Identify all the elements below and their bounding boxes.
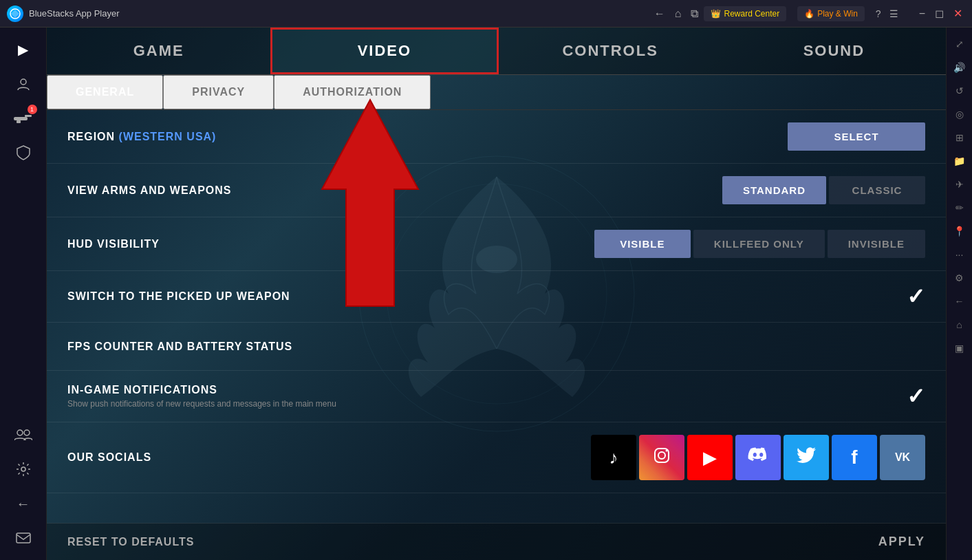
menu-icon[interactable]: ☰: [889, 8, 898, 19]
instagram-button[interactable]: [639, 435, 684, 480]
notifications-label: IN-GAME NOTIFICATIONS Show push notifica…: [67, 384, 907, 409]
play-win-label: Play & Win: [817, 9, 858, 19]
vk-icon: VK: [895, 451, 910, 464]
reward-center-button[interactable]: 👑 Reward Center: [704, 6, 786, 21]
tiktok-button[interactable]: ♪: [591, 435, 636, 480]
fps-label: FPS COUNTER AND BATTERY STATUS: [67, 341, 925, 353]
right-target-icon[interactable]: ◎: [950, 105, 969, 124]
svg-point-15: [666, 449, 668, 451]
tiktok-icon: ♪: [609, 447, 618, 469]
close-button[interactable]: ✕: [951, 7, 965, 20]
killfeed-button[interactable]: KILLFEED ONLY: [693, 230, 825, 258]
sub-tabs: GENERAL PRIVACY AUTHORIZATION: [47, 75, 946, 110]
switch-weapon-controls: ✓: [907, 283, 925, 310]
titlebar-icons: ? ☰: [876, 8, 898, 19]
svg-point-7: [21, 467, 25, 471]
right-pin-icon[interactable]: 📍: [950, 222, 969, 241]
setting-region: REGION (WESTERN USA) SELECT: [47, 110, 946, 164]
maximize-button[interactable]: ◻: [932, 7, 947, 20]
right-home-icon[interactable]: ⌂: [950, 315, 969, 334]
left-sidebar: ▶ 1: [0, 28, 47, 560]
twitter-icon: [797, 447, 816, 469]
apply-button[interactable]: APPLY: [878, 535, 925, 549]
classic-button[interactable]: CLASSIC: [829, 176, 925, 204]
reset-defaults-button[interactable]: RESET TO DEFAULTS: [67, 536, 194, 548]
settings-content: REGION (WESTERN USA) SELECT VIEW ARMS AN…: [47, 110, 946, 523]
facebook-button[interactable]: f: [832, 435, 877, 480]
home-button[interactable]: ⌂: [675, 8, 682, 20]
titlebar: BlueStacks App Player ← ⌂ ⧉ 👑 Reward Cen…: [0, 0, 972, 28]
main-tabs: GAME VIDEO CONTROLS SOUND: [47, 28, 946, 75]
fire-icon: 🔥: [804, 9, 814, 19]
invisible-button[interactable]: INVISIBLE: [828, 230, 925, 258]
right-grid-icon[interactable]: ⊞: [950, 128, 969, 147]
right-back-icon[interactable]: ←: [950, 292, 969, 311]
setting-fps-counter: FPS COUNTER AND BATTERY STATUS: [47, 323, 946, 371]
svg-point-6: [24, 430, 30, 435]
main-layout: ▶ 1: [0, 28, 972, 560]
right-expand-icon[interactable]: ⤢: [950, 34, 969, 54]
svg-point-1: [21, 79, 26, 85]
sidebar-item-multiplayer[interactable]: [8, 420, 39, 450]
titlebar-right: 👑 Reward Center 🔥 Play & Win ? ☰ − ◻ ✕: [704, 6, 965, 21]
right-gear-icon[interactable]: ⚙: [950, 268, 969, 288]
setting-notifications: IN-GAME NOTIFICATIONS Show push notifica…: [47, 371, 946, 422]
play-win-button[interactable]: 🔥 Play & Win: [797, 6, 865, 21]
youtube-icon: ▶: [703, 447, 717, 469]
tab-video[interactable]: VIDEO: [270, 28, 498, 74]
twitter-button[interactable]: [784, 435, 829, 480]
notifications-sublabel: Show push notifications of new requests …: [67, 399, 907, 409]
sidebar-item-gun[interactable]: 1: [8, 103, 39, 133]
help-icon[interactable]: ?: [876, 8, 881, 19]
sidebar-item-profile[interactable]: [8, 69, 39, 99]
crown-icon: 👑: [711, 9, 721, 19]
switch-weapon-check[interactable]: ✓: [907, 283, 925, 310]
vk-button[interactable]: VK: [880, 435, 925, 480]
svg-rect-2: [14, 117, 28, 120]
tab-sound[interactable]: SOUND: [722, 28, 946, 74]
gun-badge: 1: [28, 105, 37, 114]
right-folder-icon[interactable]: 📁: [950, 151, 969, 171]
discord-button[interactable]: [735, 435, 781, 480]
facebook-icon: f: [851, 446, 857, 469]
tabs-button[interactable]: ⧉: [691, 8, 698, 20]
view-arms-label: VIEW ARMS AND WEAPONS: [67, 184, 722, 197]
setting-hud-visibility: HUD VISIBILITY VISIBLE KILLFEED ONLY INV…: [47, 217, 946, 271]
right-recents-icon[interactable]: ▣: [950, 338, 969, 358]
sidebar-item-settings[interactable]: [8, 454, 39, 484]
minimize-button[interactable]: −: [916, 7, 928, 20]
visible-button[interactable]: VISIBLE: [594, 230, 691, 258]
sidebar-item-shield[interactable]: [8, 138, 39, 168]
svg-point-14: [658, 452, 665, 459]
standard-button[interactable]: STANDARD: [722, 176, 826, 204]
subtab-general[interactable]: GENERAL: [47, 75, 163, 109]
hud-label: HUD VISIBILITY: [67, 238, 594, 250]
sidebar-item-back[interactable]: ←: [8, 488, 39, 519]
sidebar-item-play[interactable]: ▶: [8, 34, 39, 65]
notifications-check[interactable]: ✓: [907, 383, 925, 409]
back-button[interactable]: ←: [654, 8, 665, 20]
subtab-privacy[interactable]: PRIVACY: [163, 75, 274, 109]
nav-buttons: ← ⌂ ⧉: [654, 8, 699, 20]
hud-controls: VISIBLE KILLFEED ONLY INVISIBLE: [594, 230, 925, 258]
svg-rect-8: [17, 533, 30, 543]
socials-label: OUR SOCIALS: [67, 451, 591, 464]
subtab-authorization[interactable]: AUTHORIZATION: [274, 75, 431, 109]
tab-game[interactable]: GAME: [47, 28, 270, 74]
setting-view-arms: VIEW ARMS AND WEAPONS STANDARD CLASSIC: [47, 164, 946, 217]
tab-controls[interactable]: CONTROLS: [499, 28, 722, 74]
right-rotate-icon[interactable]: ↺: [950, 81, 969, 100]
svg-point-5: [17, 430, 23, 435]
social-icons: ♪ ▶: [591, 435, 925, 480]
youtube-button[interactable]: ▶: [687, 435, 733, 480]
region-select-button[interactable]: SELECT: [788, 122, 925, 151]
switch-weapon-label: SWITCH TO THE PICKED UP WEAPON: [67, 290, 907, 303]
app-title: BlueStacks App Player: [29, 8, 649, 19]
right-eraser-icon[interactable]: ✏: [950, 198, 969, 217]
right-plane-icon[interactable]: ✈: [950, 175, 969, 194]
sidebar-item-mail[interactable]: [8, 523, 39, 553]
right-speaker-icon[interactable]: 🔊: [950, 58, 969, 77]
setting-switch-weapon: SWITCH TO THE PICKED UP WEAPON ✓: [47, 271, 946, 323]
right-more-icon[interactable]: ···: [950, 245, 969, 264]
region-controls: SELECT: [788, 122, 925, 151]
